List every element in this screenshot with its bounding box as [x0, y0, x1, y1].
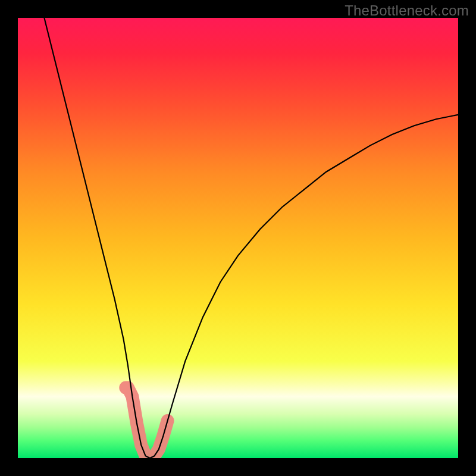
chart-frame: TheBottleneck.com — [0, 0, 476, 476]
watermark-text: TheBottleneck.com — [345, 2, 469, 19]
gradient-background — [18, 18, 458, 458]
plot-area — [18, 18, 458, 458]
chart-svg — [18, 18, 458, 458]
